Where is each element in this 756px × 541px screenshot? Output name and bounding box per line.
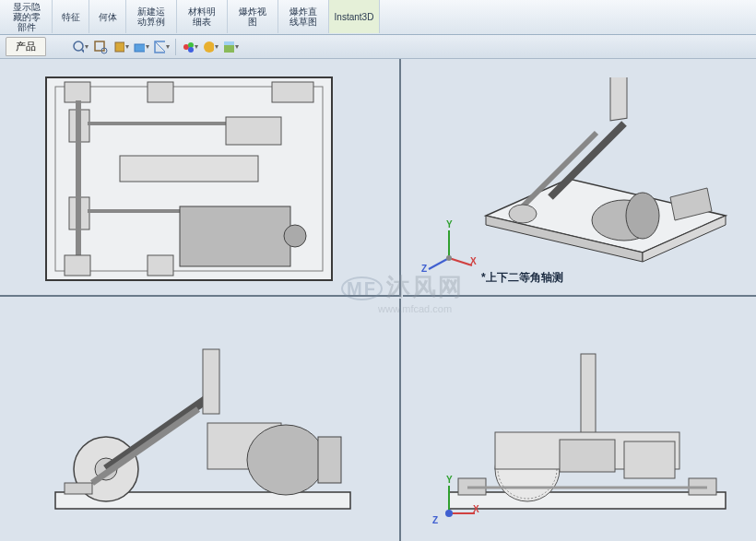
zoom-area-icon[interactable] [92,39,109,55]
svg-rect-26 [180,206,290,266]
svg-rect-4 [115,42,124,52]
svg-rect-50 [207,423,281,469]
svg-rect-37 [610,77,627,121]
svg-point-45 [74,437,138,501]
ribbon-bom[interactable]: 材料明 细表 [177,0,228,33]
svg-line-48 [92,409,198,483]
appearance-icon[interactable]: ▾ [202,39,219,55]
side-view-drawing [46,340,360,524]
view-prev-icon[interactable]: ▾ [112,39,129,55]
ribbon-exploded-view[interactable]: 爆炸视 图 [228,0,278,33]
svg-line-35 [550,123,624,197]
iso-view-label: *上下二等角轴测 [481,270,563,286]
svg-rect-53 [65,483,92,494]
svg-rect-2 [95,41,104,51]
svg-rect-12 [224,45,234,53]
svg-rect-5 [135,44,145,52]
svg-rect-54 [449,492,726,509]
svg-point-11 [204,41,214,53]
svg-marker-31 [486,216,643,262]
zoom-fit-icon[interactable]: ▾ [72,39,89,55]
ribbon-instant3d[interactable]: Instant3D [329,0,380,33]
svg-rect-14 [46,77,332,280]
svg-rect-49 [203,349,219,414]
viewport-isometric[interactable]: X Y Z *上下二等角轴测 [403,59,756,297]
svg-rect-19 [69,110,89,142]
svg-point-33 [592,200,656,241]
svg-rect-57 [581,354,596,437]
svg-rect-16 [65,82,90,102]
svg-point-46 [95,458,117,480]
svg-point-10 [188,47,194,53]
triad-front: X Y Z [421,476,477,532]
svg-rect-59 [560,440,615,472]
ribbon-explode-sketch[interactable]: 爆炸直 线草图 [278,0,329,33]
svg-rect-52 [318,437,341,483]
svg-rect-29 [148,255,173,276]
svg-point-27 [284,225,306,247]
triad-iso: X Y Z [421,221,477,276]
svg-line-42 [429,258,449,269]
toolbar: 产品 ▾ ▾ ▾ ▾ ▾ ▾ ▾ [0,35,756,59]
svg-rect-20 [69,197,89,229]
svg-rect-15 [55,87,323,271]
viewport-front[interactable]: X Y Z [403,299,756,541]
viewport-top[interactable] [0,59,401,297]
display-style-icon[interactable]: ▾ [153,39,170,55]
svg-rect-60 [624,441,675,478]
top-view-drawing [41,73,337,285]
svg-point-43 [446,255,452,261]
viewport-area: X Y Z *上下二等角轴测 [0,59,756,541]
svg-line-7 [155,41,165,53]
svg-rect-58 [495,432,679,469]
svg-line-36 [523,133,597,206]
svg-rect-24 [120,156,258,182]
front-view-drawing [440,340,735,524]
ribbon-show-hidden[interactable]: 显示隐 藏的零 部件 [2,0,53,33]
svg-marker-32 [643,216,726,262]
view-orient-icon[interactable]: ▾ [133,39,149,55]
svg-line-1 [82,50,84,53]
svg-line-40 [449,258,472,265]
svg-point-0 [74,41,83,51]
ribbon-features[interactable]: 特征 [53,0,89,33]
svg-rect-44 [55,492,350,509]
svg-point-51 [247,425,325,495]
svg-rect-62 [689,478,716,495]
ribbon-bar: 显示隐 藏的零 部件 特征 何体 新建运 动算例 材料明 细表 爆炸视 图 爆炸… [0,0,756,35]
svg-marker-30 [486,179,726,253]
svg-rect-28 [65,255,90,276]
svg-point-34 [626,193,659,239]
ribbon-motion-study[interactable]: 新建运 动算例 [126,0,177,33]
hide-show-icon[interactable]: ▾ [182,39,198,55]
svg-point-66 [445,510,453,517]
ribbon-body[interactable]: 何体 [89,0,126,33]
svg-point-56 [498,440,557,499]
iso-view-drawing [458,77,744,271]
svg-line-47 [106,395,212,469]
svg-rect-18 [272,82,313,102]
svg-rect-17 [148,82,173,102]
scene-icon[interactable]: ▾ [222,39,239,55]
svg-marker-38 [670,188,712,220]
svg-rect-13 [224,41,234,45]
svg-rect-25 [226,117,281,145]
viewport-side[interactable] [0,299,401,541]
svg-point-55 [495,437,560,501]
svg-point-39 [509,205,537,223]
tab-product[interactable]: 产品 [6,37,46,56]
